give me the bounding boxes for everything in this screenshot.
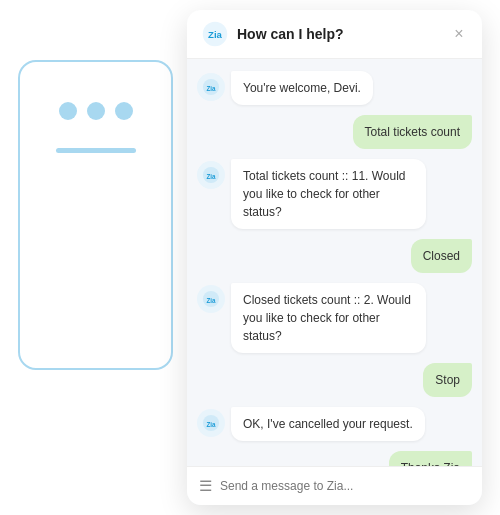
chat-footer: ☰ (187, 466, 482, 505)
bot-bubble: You're welcome, Devi. (231, 71, 373, 105)
svg-text:Zia: Zia (206, 173, 216, 180)
bot-avatar: Zia (197, 161, 225, 189)
bot-bubble: Total tickets count :: 11. Would you lik… (231, 159, 426, 229)
menu-icon[interactable]: ☰ (199, 477, 212, 495)
svg-text:Zia: Zia (208, 29, 223, 40)
zia-logo: Zia (201, 20, 229, 48)
chat-widget: Zia How can I help? × Zia You're welcome… (187, 10, 482, 505)
chat-header: Zia How can I help? × (187, 10, 482, 59)
dot-2 (87, 102, 105, 120)
user-bubble: Thanks Zia (389, 451, 472, 466)
chat-title: How can I help? (237, 26, 442, 42)
message-row: Total tickets count (197, 115, 472, 149)
bot-avatar: Zia (197, 73, 225, 101)
close-button[interactable]: × (450, 25, 468, 43)
left-card-line (56, 148, 136, 153)
message-row: Thanks Zia (197, 451, 472, 466)
svg-text:Zia: Zia (206, 297, 216, 304)
bot-bubble: OK, I've cancelled your request. (231, 407, 425, 441)
dot-1 (59, 102, 77, 120)
left-card (18, 60, 173, 370)
left-card-dots (59, 102, 133, 120)
message-row: Zia Total tickets count :: 11. Would you… (197, 159, 472, 229)
message-row: Stop (197, 363, 472, 397)
message-row: Zia OK, I've cancelled your request. (197, 407, 472, 441)
message-input[interactable] (220, 479, 470, 493)
user-bubble: Total tickets count (353, 115, 472, 149)
bot-avatar: Zia (197, 409, 225, 437)
message-row: Zia You're welcome, Devi. (197, 71, 472, 105)
chat-messages: Zia You're welcome, Devi. Total tickets … (187, 59, 482, 466)
message-row: Closed (197, 239, 472, 273)
dot-3 (115, 102, 133, 120)
scene: Zia How can I help? × Zia You're welcome… (0, 0, 500, 515)
bot-avatar: Zia (197, 285, 225, 313)
message-row: Zia Closed tickets count :: 2. Would you… (197, 283, 472, 353)
svg-text:Zia: Zia (206, 421, 216, 428)
user-bubble: Closed (411, 239, 472, 273)
user-bubble: Stop (423, 363, 472, 397)
bot-bubble: Closed tickets count :: 2. Would you lik… (231, 283, 426, 353)
svg-text:Zia: Zia (206, 85, 216, 92)
